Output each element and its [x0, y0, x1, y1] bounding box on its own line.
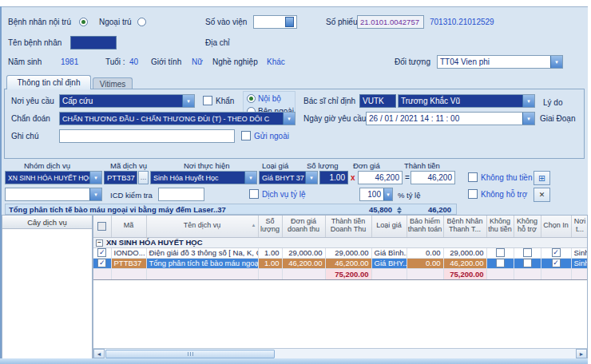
group-row[interactable]: −XN SINH HÓA HUYẾT HỌC: [93, 237, 588, 247]
note-input[interactable]: [59, 129, 235, 143]
cell-loai-gia: Giá BHY...: [371, 258, 407, 268]
ratio-service-checkbox[interactable]: [249, 189, 259, 199]
service-group2-select[interactable]: ▼: [5, 188, 102, 201]
occupation-label: Nghề nghiệp: [212, 57, 258, 66]
service-code-field[interactable]: PTTB37: [104, 171, 137, 184]
chevron-down-icon[interactable]: ▼: [522, 95, 534, 107]
gender-value: Nữ: [192, 57, 203, 66]
amount-header: Thành tiền: [404, 161, 440, 170]
chevron-down-icon[interactable]: ▼: [89, 172, 101, 184]
col-bao-hiem[interactable]: Bảo hiểm thanh toán: [407, 216, 443, 237]
service-info-bar: Tổng phân tích tế bào máu ngoại vi bằng …: [5, 204, 457, 215]
no-charge-cell-checkbox[interactable]: [496, 259, 505, 267]
chevron-down-icon[interactable]: ▼: [550, 56, 562, 68]
col-so-luong[interactable]: Số lượng: [258, 216, 282, 237]
cell-don-gia: 46,200.00: [282, 258, 325, 268]
send-outside-label: Gửi ngoài: [254, 132, 289, 140]
inpatient-radio[interactable]: [79, 18, 88, 26]
col-chon-in[interactable]: Chọn In: [541, 216, 571, 237]
price-type-select[interactable]: Giá BHYT 37 ▼: [259, 171, 318, 184]
multiply-sign: x: [351, 173, 355, 182]
summary-row: 75,200.00 75,200.00: [93, 268, 588, 279]
amount-field[interactable]: 46,200: [411, 171, 455, 184]
chevron-down-icon[interactable]: ▼: [283, 113, 295, 125]
qty-header: Số lượng: [307, 161, 339, 170]
col-don-gia[interactable]: Đơn giá doanh thu: [282, 216, 325, 237]
chevron-down-icon[interactable]: ▼: [305, 172, 317, 184]
col-khong-ho-tro[interactable]: Không hỗ trợ: [514, 216, 541, 237]
outpatient-radio[interactable]: [137, 18, 146, 26]
no-charge-checkbox[interactable]: [468, 172, 478, 182]
icd-label: ICD kiểm tra: [110, 191, 153, 200]
col-loai-gia[interactable]: Loại giá: [371, 216, 407, 237]
patient-name-label: Tên bệnh nhân: [8, 38, 61, 47]
send-outside-checkbox[interactable]: [241, 131, 251, 140]
radio-dot-icon: [249, 97, 253, 101]
delete-service-button[interactable]: ✕: [533, 188, 550, 202]
col-ten-dich-vu[interactable]: Tên dịch vụ▲: [146, 216, 258, 237]
no-support-checkbox[interactable]: [468, 189, 478, 199]
request-time-value: 26 / 01 / 2021 14 : 11 : 00: [367, 113, 522, 125]
scrollbar-thumb[interactable]: [105, 350, 275, 358]
scroll-right-button[interactable]: ►: [576, 349, 587, 358]
select-all-checkbox[interactable]: [97, 222, 106, 231]
patient-name-field[interactable]: [70, 36, 117, 49]
row-checkbox[interactable]: ✓: [97, 248, 106, 257]
horizontal-scrollbar[interactable]: ◄ ►: [93, 348, 587, 358]
no-charge-cell-checkbox[interactable]: [496, 248, 505, 257]
doctor-name-value: Trương Khắc Vũ: [399, 95, 522, 107]
service-lookup-button[interactable]: …: [138, 171, 149, 184]
no-support-cell-checkbox[interactable]: [523, 259, 532, 267]
internal-label: Nội bộ: [258, 94, 281, 103]
service-info-price1: 45,800: [346, 205, 392, 214]
print-cell-checkbox[interactable]: ✓: [552, 259, 561, 267]
service-tree-panel[interactable]: Cây dịch vụ: [2, 215, 93, 359]
ellipsis-icon: …: [141, 174, 147, 181]
request-place-select[interactable]: Cấp cứu ▼: [59, 94, 195, 108]
scroll-left-button[interactable]: ◄: [93, 349, 105, 358]
object-select[interactable]: TT04 Vien phi ▼: [437, 55, 563, 69]
receipt-no-field[interactable]: 21.0101.0042757: [357, 15, 424, 29]
chevron-down-icon[interactable]: ▼: [89, 188, 101, 200]
chevron-down-icon[interactable]: ▼: [383, 188, 392, 200]
col-khong-thu-tien[interactable]: Không thu tiền: [486, 216, 514, 237]
col-ma[interactable]: Mã: [111, 216, 146, 237]
table-row-selected[interactable]: ✓ PTTB37 Tổng phân tích tế bào máu ngoại…: [93, 258, 588, 268]
add-service-button[interactable]: ⊞: [533, 171, 550, 185]
lookup-button[interactable]: [285, 17, 294, 27]
icd-input[interactable]: [158, 188, 204, 201]
tab-vitimes[interactable]: Vitimes: [93, 77, 133, 89]
request-time-field[interactable]: 26 / 01 / 2021 14 : 11 : 00 ▼: [366, 112, 535, 125]
col-noi[interactable]: Nơi t...: [571, 216, 588, 237]
print-cell-checkbox[interactable]: ✓: [552, 248, 561, 257]
ratio-select[interactable]: 100 ▼: [359, 188, 393, 201]
doctor-select[interactable]: Trương Khắc Vũ ▼: [398, 94, 535, 108]
tab-thong-tin-chi-dinh[interactable]: Thông tin chỉ định: [6, 75, 91, 89]
chevron-down-icon[interactable]: ▼: [182, 95, 194, 107]
no-support-cell-checkbox[interactable]: [523, 248, 532, 257]
service-tree-header: Cây dịch vụ: [2, 216, 92, 229]
spinner-icon[interactable]: [397, 207, 402, 214]
urgent-checkbox[interactable]: [203, 96, 212, 105]
unit-price-value: 46,200: [375, 173, 399, 182]
col-benh-nhan[interactable]: Bệnh Nhân Thanh T...: [443, 216, 486, 237]
services-grid: Mã Tên dịch vụ▲ Số lượng Đơn giá doanh t…: [93, 215, 588, 359]
col-thanh-tien[interactable]: Thành tiền Doanh Thu: [325, 216, 371, 237]
header-select-all[interactable]: [93, 216, 111, 237]
service-group-select[interactable]: XN SINH HÓA HUYẾT HỌC ▼: [5, 171, 102, 184]
chevron-down-icon[interactable]: ▼: [522, 113, 534, 125]
chevron-down-icon[interactable]: ▼: [244, 172, 256, 184]
no-charge-label: Không thu tiền: [481, 173, 533, 182]
row-checkbox[interactable]: ✓: [97, 259, 106, 267]
admission-no-input[interactable]: [253, 15, 297, 29]
qty-field[interactable]: 1.00: [319, 171, 348, 184]
unit-price-field[interactable]: 46,200: [358, 171, 403, 184]
internal-radio[interactable]: [247, 94, 256, 103]
diagnosis-field[interactable]: CHẤN THƯƠNG ĐẦU - CHẤN THƯƠNG ĐÙI (T) - …: [59, 112, 296, 125]
service-place-select[interactable]: Sinh Hóa Huyết Học ▼: [150, 171, 257, 184]
table-row[interactable]: ✓ IONDO... Điện giải đồ 3 thông số [ Na,…: [93, 247, 588, 258]
doctor-code-field[interactable]: VUTK: [359, 94, 396, 108]
collapse-icon[interactable]: −: [96, 239, 103, 247]
cell-ma: IONDO...: [111, 247, 146, 258]
birth-year-value: 1981: [61, 57, 78, 66]
